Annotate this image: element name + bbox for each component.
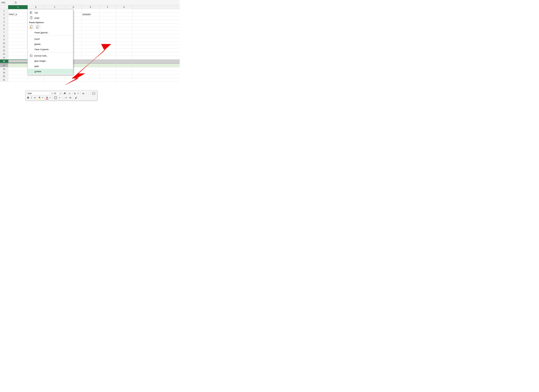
table-row: 20	[0, 74, 180, 78]
comma-button[interactable]: ,	[87, 92, 89, 95]
hidden-rows-indicator	[0, 63, 180, 64]
menu-item-hide[interactable]: Hide	[28, 63, 73, 69]
toolbar-divider-4	[86, 92, 86, 95]
col-header-e[interactable]: E	[82, 5, 100, 9]
cell-e2[interactable]: GENDER	[82, 13, 100, 16]
no-icon-spacer2	[29, 37, 33, 41]
paste-option-regular[interactable]	[29, 25, 34, 29]
svg-point-0	[30, 11, 31, 12]
cell-g17[interactable]	[116, 64, 132, 67]
toolbar-divider-2	[72, 92, 72, 95]
table-row: 9	[0, 38, 180, 42]
cell-f15[interactable]	[100, 59, 116, 63]
menu-item-clear-contents[interactable]: Clear Contents	[28, 47, 73, 52]
col-header-f[interactable]: F	[100, 5, 116, 9]
percent-button[interactable]: %	[82, 92, 85, 95]
cell-a15[interactable]	[8, 59, 28, 63]
font-color-button[interactable]: A	[46, 96, 48, 99]
unhide-label: Unhide	[34, 70, 70, 73]
insert-label: Insert	[34, 38, 70, 40]
paste-option-values[interactable]	[35, 25, 40, 29]
col-header-d[interactable]: D	[65, 5, 82, 9]
paste-options-header-text: Paste Options:	[29, 21, 44, 24]
grid-body: 1 2 FIRST_N LAST_NAME AGE GENDER 3 4 5 6…	[0, 9, 180, 131]
table-row: 13	[0, 52, 180, 56]
no-icon-spacer5	[29, 59, 33, 63]
cell-a1[interactable]	[8, 9, 28, 13]
bold-button[interactable]: B	[26, 96, 30, 99]
font-color-dropdown-button[interactable]: ▾	[49, 97, 51, 99]
cell-f17[interactable]	[100, 64, 116, 67]
merge-button[interactable]	[91, 92, 96, 95]
hide-label: Hide	[34, 65, 70, 68]
clear-contents-label: Clear Contents	[34, 48, 70, 51]
table-row: 21	[0, 78, 180, 82]
toolbar-divider-5	[90, 92, 91, 95]
svg-rect-5	[30, 17, 32, 19]
cell-f1[interactable]	[100, 9, 116, 13]
paste-options-label: Paste Options:	[28, 20, 73, 24]
menu-item-delete[interactable]: Delete	[28, 42, 73, 47]
menu-item-paste-special[interactable]: Paste Special...	[28, 30, 73, 35]
currency-button[interactable]: $	[73, 92, 76, 95]
paste-special-label: Paste Special...	[34, 31, 70, 34]
font-shrink-button[interactable]: A-	[68, 92, 71, 95]
paste-options-icons	[28, 24, 73, 30]
borders-button[interactable]	[53, 96, 58, 99]
font-name-dropdown-icon[interactable]: ▾	[52, 93, 53, 94]
font-color-swatch	[46, 99, 48, 99]
cell-f2[interactable]	[100, 13, 116, 16]
decimal-inc-button[interactable]: ←.0	[63, 97, 67, 99]
italic-button[interactable]: I	[30, 96, 33, 99]
eraser-button[interactable]: 🖌	[74, 96, 78, 99]
row-num-15[interactable]: 15	[0, 59, 8, 63]
menu-item-row-height[interactable]: Row Height...	[28, 58, 73, 63]
cell-e15[interactable]	[82, 59, 100, 63]
font-name-input[interactable]	[26, 92, 51, 95]
font-size-dropdown-icon[interactable]: ▾	[60, 93, 61, 94]
col-header-g[interactable]: G	[116, 5, 132, 9]
menu-item-unhide[interactable]: Unhide	[28, 69, 73, 74]
svg-rect-11	[37, 25, 38, 26]
formula-input[interactable]	[18, 1, 178, 4]
toolbar-row-2: B I ≡ A ▾ A ▾ ▾ ←.0 .00 🖌	[26, 96, 96, 100]
menu-item-insert[interactable]: Insert	[28, 36, 73, 42]
table-row: 11	[0, 45, 180, 49]
formula-bar: A15 fx	[0, 0, 180, 5]
col-header-c[interactable]: C	[44, 5, 65, 9]
cell-e17[interactable]	[82, 64, 100, 67]
font-grow-button[interactable]: A+	[63, 92, 67, 95]
decimal-dec-button[interactable]: .00	[68, 97, 72, 99]
font-size-input[interactable]	[53, 92, 59, 95]
cell-a2[interactable]: FIRST_N	[8, 13, 28, 16]
table-row: 8	[0, 34, 180, 38]
cell-g15[interactable]	[116, 59, 132, 63]
row-num-1[interactable]: 1	[0, 9, 8, 13]
toolbar-divider-3	[80, 92, 81, 95]
cell-g2[interactable]	[116, 13, 132, 16]
col-header-a[interactable]: A	[8, 5, 28, 9]
row-num-17[interactable]: 17	[0, 64, 8, 67]
scissors-icon	[29, 11, 33, 14]
borders-dropdown-button[interactable]: ▾	[58, 97, 61, 99]
table-row: 14	[0, 56, 180, 59]
menu-item-copy[interactable]: Copy	[28, 15, 73, 20]
currency-dropdown-button[interactable]: ▾	[77, 92, 79, 95]
table-row: 17	[0, 64, 180, 67]
table-row: 4	[0, 20, 180, 24]
highlight-color-button[interactable]: A	[38, 96, 41, 99]
spreadsheet-grid: A B C D E F G 1 2 FIRST_N LAST_NAME AGE …	[0, 5, 180, 131]
cell-a17[interactable]	[8, 64, 28, 67]
table-row: 10	[0, 42, 180, 45]
cell-reference-box[interactable]: A15	[0, 0, 13, 5]
delete-label: Delete	[34, 43, 70, 45]
cell-g1[interactable]	[116, 9, 132, 13]
row-num-2[interactable]: 2	[0, 13, 8, 16]
col-header-b[interactable]: B	[28, 5, 44, 9]
cell-e1[interactable]	[82, 9, 100, 13]
highlight-dropdown-button[interactable]: ▾	[41, 97, 44, 99]
toolbar-divider-8	[52, 96, 53, 99]
align-button[interactable]: ≡	[33, 96, 36, 99]
menu-item-format-cells[interactable]: Format Cells...	[28, 53, 73, 58]
menu-item-cut[interactable]: Cut	[28, 10, 73, 15]
